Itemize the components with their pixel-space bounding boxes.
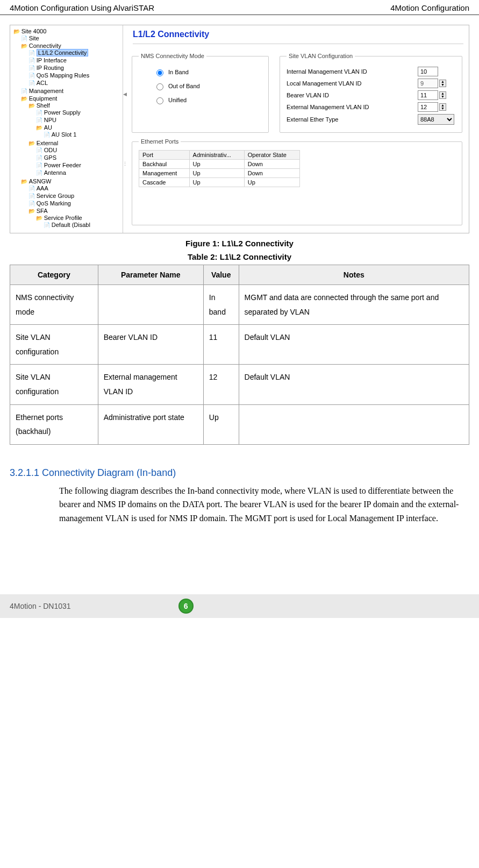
tree-shelf[interactable]: Shelf Power Supply NPU AU AU Slot 1 <box>28 102 123 139</box>
tree-service-group[interactable]: Service Group <box>28 192 123 200</box>
tree-service-profile[interactable]: Service Profile Default (Disabl <box>36 214 123 229</box>
table-row: Ethernet ports (backhaul) Administrative… <box>10 404 469 444</box>
local-mgmt-vlan-label: Local Management VLAN ID <box>287 80 361 87</box>
tree-aaa[interactable]: AAA <box>28 184 123 192</box>
tree-root[interactable]: Site 4000 Site Connectivity L1/L2 Connec… <box>13 27 123 231</box>
bearer-vlan-label: Bearer VLAN ID <box>287 92 329 98</box>
table-row: NMS connectivity mode In band MGMT and d… <box>10 285 469 325</box>
tree-gps[interactable]: GPS <box>36 154 123 161</box>
nav-tree[interactable]: Site 4000 Site Connectivity L1/L2 Connec… <box>10 25 123 233</box>
header-left: 4Motion Configuration Using AlvariSTAR <box>10 3 154 12</box>
header-right: 4Motion Configuration <box>390 3 469 12</box>
radio-unified[interactable]: Unified <box>154 96 262 104</box>
radio-in-band-input[interactable] <box>156 69 163 76</box>
section-body: The following diagram describes the In-b… <box>59 484 461 525</box>
splitter-handle[interactable]: ◀⋮ <box>123 25 126 233</box>
page-footer: 4Motion - DN1031 6 <box>0 594 479 618</box>
tree-asngw[interactable]: ASNGW AAA Service Group QoS Marking SFA … <box>21 177 123 230</box>
table-row: Site VLAN configuration Bearer VLAN ID 1… <box>10 325 469 365</box>
doc-table: Category Parameter Name Value Notes NMS … <box>10 265 469 445</box>
radio-in-band[interactable]: In Band <box>154 68 262 76</box>
tree-external[interactable]: External ODU GPS Power Feeder Antenna <box>28 139 123 177</box>
table-row[interactable]: Backhaul Up Down <box>139 160 300 169</box>
content-pane: ◀⋮ L1/L2 Connectivity NMS Connectivity M… <box>123 25 469 233</box>
ethernet-ports-fieldset: Ethernet Ports Port Administrativ... Ope… <box>132 138 462 225</box>
bearer-vlan-spinner[interactable]: ▲▼ <box>439 91 446 99</box>
radio-unified-input[interactable] <box>156 97 163 104</box>
external-ether-type-select[interactable]: 88A8 <box>418 114 454 125</box>
tree-odu[interactable]: ODU <box>36 146 123 154</box>
tree-l1l2[interactable]: L1/L2 Connectivity <box>28 49 123 56</box>
bearer-vlan-input[interactable] <box>418 90 438 100</box>
tree-ip-routing[interactable]: IP Routing <box>28 64 123 72</box>
doc-th-value: Value <box>203 265 239 285</box>
ports-col-port[interactable]: Port <box>139 151 190 160</box>
nms-legend: NMS Connectivity Mode <box>139 53 206 59</box>
page-number-badge: 6 <box>178 599 194 614</box>
local-mgmt-vlan-input <box>418 79 438 88</box>
panel-title: L1/L2 Connectivity <box>133 30 463 44</box>
table-row: Site VLAN configuration External managem… <box>10 365 469 404</box>
site-vlan-fieldset: Site VLAN Configuration Internal Managem… <box>280 53 462 133</box>
tree-npu[interactable]: NPU <box>36 116 123 124</box>
radio-out-of-band[interactable]: Out of Band <box>154 82 262 90</box>
page-header: 4Motion Configuration Using AlvariSTAR 4… <box>0 0 479 15</box>
tree-equipment[interactable]: Equipment Shelf Power Supply NPU AU AU S… <box>21 95 123 177</box>
tree-qos-mapping[interactable]: QoS Mapping Rules <box>28 72 123 79</box>
table-row[interactable]: Cascade Up Up <box>139 178 300 187</box>
radio-out-of-band-input[interactable] <box>156 83 163 90</box>
screenshot-figure: Site 4000 Site Connectivity L1/L2 Connec… <box>10 25 469 233</box>
external-mgmt-vlan-spinner[interactable]: ▲▼ <box>439 103 446 111</box>
vlan-legend: Site VLAN Configuration <box>287 53 355 59</box>
ports-col-admin[interactable]: Administrativ... <box>189 151 244 160</box>
tree-qos-marking[interactable]: QoS Marking <box>28 200 123 207</box>
internal-mgmt-vlan-input[interactable] <box>418 67 438 76</box>
tree-au[interactable]: AU AU Slot 1 <box>36 124 123 139</box>
external-ether-type-label: External Ether Type <box>287 116 338 123</box>
external-mgmt-vlan-label: External Management VLAN ID <box>287 104 369 110</box>
eth-legend: Ethernet Ports <box>139 138 181 145</box>
ethernet-ports-table: Port Administrativ... Operator State Bac… <box>139 150 300 187</box>
tree-au-slot-1[interactable]: AU Slot 1 <box>44 131 123 138</box>
table-row[interactable]: Management Up Down <box>139 169 300 178</box>
tree-connectivity[interactable]: Connectivity L1/L2 Connectivity IP Inter… <box>21 42 123 87</box>
tree-power-feeder[interactable]: Power Feeder <box>36 161 123 169</box>
footer-left: 4Motion - DN1031 <box>10 602 71 610</box>
tree-antenna[interactable]: Antenna <box>36 169 123 176</box>
local-mgmt-vlan-spinner: ▲▼ <box>439 80 446 87</box>
tree-acl[interactable]: ACL <box>28 79 123 87</box>
figure-caption: Figure 1: L1\L2 Connectivity <box>0 239 479 248</box>
doc-th-notes: Notes <box>239 265 469 285</box>
tree-sfa[interactable]: SFA Service Profile Default (Disabl <box>28 207 123 230</box>
external-mgmt-vlan-input[interactable] <box>418 102 438 112</box>
tree-ip-interface[interactable]: IP Interface <box>28 56 123 64</box>
tree-default-disabled[interactable]: Default (Disabl <box>44 221 123 229</box>
tree-power-supply[interactable]: Power Supply <box>36 109 123 116</box>
doc-th-category: Category <box>10 265 98 285</box>
nms-connectivity-fieldset: NMS Connectivity Mode In Band Out of Ban… <box>132 53 269 133</box>
tree-management[interactable]: Management <box>21 87 123 95</box>
internal-mgmt-vlan-label: Internal Management VLAN ID <box>287 68 367 75</box>
tree-site[interactable]: Site <box>21 34 123 42</box>
ports-col-op[interactable]: Operator State <box>244 151 299 160</box>
section-heading: 3.2.1.1 Connectivity Diagram (In-band) <box>10 467 469 479</box>
doc-th-param: Parameter Name <box>98 265 203 285</box>
table-caption: Table 2: L1\L2 Connectivity <box>0 252 479 261</box>
